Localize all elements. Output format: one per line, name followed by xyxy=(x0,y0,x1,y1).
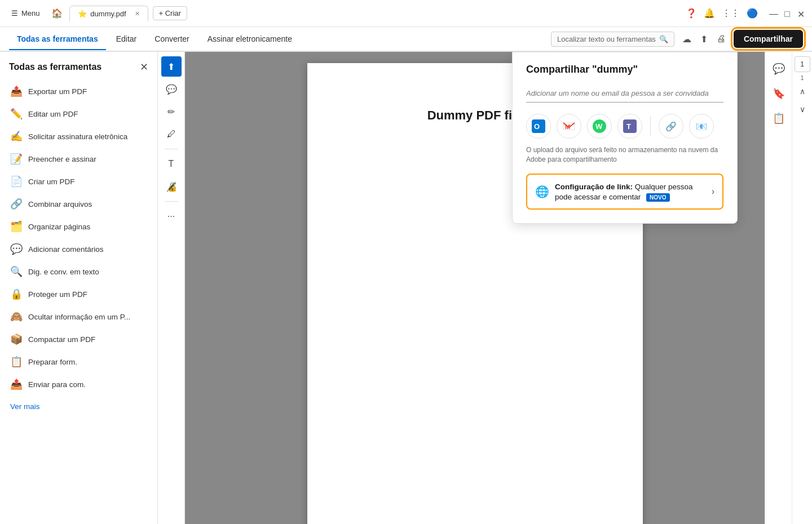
see-more-link[interactable]: Ver mais xyxy=(0,396,157,418)
share-button-label: Compartilhar xyxy=(744,34,793,43)
highlight-tool-button[interactable]: 🖊 xyxy=(161,124,182,144)
tool-edit-pdf[interactable]: ✏️ Editar um PDF xyxy=(5,103,153,125)
tool-label-export: Exportar um PDF xyxy=(28,87,87,96)
stamp-tool-button[interactable]: 🔏 xyxy=(161,176,182,197)
invite-email-input[interactable] xyxy=(526,85,723,103)
tool-request-sign[interactable]: ✍️ Solicitar assinatura eletrônica xyxy=(5,125,153,148)
maximize-button[interactable]: □ xyxy=(783,9,792,18)
whatsapp-share-button[interactable]: W xyxy=(587,114,612,139)
search-bar[interactable]: Localizar texto ou ferramentas 🔍 xyxy=(551,32,674,47)
tool-label-combine: Combinar arquivos xyxy=(28,200,92,208)
browser-tab[interactable]: ⭐ dummy.pdf ✕ xyxy=(69,6,148,21)
svg-text:O: O xyxy=(534,122,540,131)
save-cloud-icon[interactable]: ☁ xyxy=(680,32,694,47)
right-panel: 💬 🔖 📋 xyxy=(765,52,792,524)
main-layout: Todas as ferramentas ✕ 📤 Exportar um PDF… xyxy=(0,52,812,524)
pdf-viewer-area: Dummy PDF file Compartilhar "dummy" O xyxy=(185,52,765,524)
outlook-share-button[interactable]: O xyxy=(526,114,551,139)
title-bar: ☰ Menu 🏠 ⭐ dummy.pdf ✕ + Criar ❓ 🔔 ⋮⋮ 🔵 … xyxy=(0,0,812,27)
help-icon[interactable]: ❓ xyxy=(686,8,697,19)
ocr-icon: 🔍 xyxy=(10,265,23,278)
total-pages-number: 1 xyxy=(800,74,804,81)
tool-fill-sign[interactable]: 📝 Preencher e assinar xyxy=(5,148,153,170)
tool-label-ocr: Dig. e conv. em texto xyxy=(28,268,99,276)
chevron-right-icon: › xyxy=(712,186,714,197)
tool-send[interactable]: 📤 Enviar para com. xyxy=(5,373,153,396)
nav-item-edit[interactable]: Editar xyxy=(108,29,145,50)
protect-icon: 🔒 xyxy=(10,288,23,300)
page-number-box: 1 xyxy=(795,56,810,72)
menu-button[interactable]: ☰ Menu xyxy=(7,7,45,20)
svg-text:W: W xyxy=(595,122,603,131)
tool-label-create: Criar um PDF xyxy=(28,177,75,186)
total-pages: 1 xyxy=(800,74,804,81)
link-config-text: Configuração de link: Qualquer pessoa po… xyxy=(555,181,706,202)
nav-label-tools: Todas as ferramentas xyxy=(17,34,98,43)
tool-label-compress: Compactar um PDF xyxy=(28,335,95,344)
sidebar-title: Todas as ferramentas xyxy=(9,62,102,72)
page-down-button[interactable]: ∨ xyxy=(795,101,810,117)
tool-organize[interactable]: 🗂️ Organizar páginas xyxy=(5,215,153,238)
print-icon[interactable]: 🖨 xyxy=(714,32,728,46)
tool-redact[interactable]: 🙈 Ocultar informação em um P... xyxy=(5,305,153,328)
window-controls: — □ ✕ xyxy=(769,9,805,18)
compress-icon: 📦 xyxy=(10,333,23,345)
bookmark-panel-button[interactable]: 🔖 xyxy=(769,83,789,104)
nav-item-sign[interactable]: Assinar eletronicamente xyxy=(200,29,300,50)
upload-icon[interactable]: ⬆ xyxy=(698,32,710,47)
draw-tool-button[interactable]: ✏ xyxy=(161,101,182,122)
tool-ocr[interactable]: 🔍 Dig. e conv. em texto xyxy=(5,260,153,283)
link-config-section[interactable]: 🌐 Configuração de link: Qualquer pessoa … xyxy=(526,174,723,210)
upload-note-text: O upload do arquivo será feito no armaze… xyxy=(526,145,723,165)
toolbar-separator-2 xyxy=(165,201,178,202)
apps-icon[interactable]: ⋮⋮ xyxy=(722,8,740,19)
select-tool-button[interactable]: ⬆ xyxy=(161,56,182,77)
title-bar-left: ☰ Menu 🏠 ⭐ dummy.pdf ✕ + Criar xyxy=(7,6,681,21)
home-icon[interactable]: 🏠 xyxy=(49,6,65,21)
sidebar: Todas as ferramentas ✕ 📤 Exportar um PDF… xyxy=(0,52,158,524)
close-button[interactable]: ✕ xyxy=(796,9,805,18)
copy-link-button[interactable]: 🔗 xyxy=(659,114,683,139)
share-email-button[interactable]: 📧 xyxy=(689,114,714,139)
tool-protect[interactable]: 🔒 Proteger um PDF xyxy=(5,283,153,305)
gmail-share-button[interactable]: M xyxy=(557,114,581,139)
share-button[interactable]: Compartilhar xyxy=(734,30,803,48)
tab-title: dummy.pdf xyxy=(90,10,126,18)
send-icon: 📤 xyxy=(10,378,23,390)
nav-actions: ☁ ⬆ 🖨 xyxy=(680,32,728,47)
tool-comments[interactable]: 💬 Adicionar comentários xyxy=(5,238,153,260)
teams-share-button[interactable]: T xyxy=(617,114,642,139)
sidebar-close-button[interactable]: ✕ xyxy=(140,61,148,73)
tool-compress[interactable]: 📦 Compactar um PDF xyxy=(5,328,153,350)
tool-prepare-form[interactable]: 📋 Preparar form. xyxy=(5,350,153,373)
tool-create-pdf[interactable]: 📄 Criar um PDF xyxy=(5,170,153,193)
notification-icon[interactable]: 🔔 xyxy=(704,8,715,19)
more-tools-button[interactable]: ··· xyxy=(161,206,182,227)
tool-label-redact: Ocultar informação em um P... xyxy=(28,313,130,321)
tool-combine[interactable]: 🔗 Combinar arquivos xyxy=(5,193,153,215)
share-popup: Compartilhar "dummy" O M xyxy=(512,52,738,224)
copy-panel-button[interactable]: 📋 xyxy=(769,108,789,128)
profile-icon[interactable]: 🔵 xyxy=(747,8,758,19)
title-bar-right: ❓ 🔔 ⋮⋮ 🔵 — □ ✕ xyxy=(686,8,805,19)
minimize-button[interactable]: — xyxy=(769,9,778,18)
nav-item-convert[interactable]: Converter xyxy=(147,29,197,50)
nav-item-tools[interactable]: Todas as ferramentas xyxy=(9,29,106,50)
create-pdf-icon: 📄 xyxy=(10,175,23,188)
chat-panel-button[interactable]: 💬 xyxy=(769,59,789,79)
link-config-label: Configuração de link: Qualquer pessoa po… xyxy=(555,183,693,201)
new-tab-button[interactable]: + Criar xyxy=(153,6,187,20)
tab-close-button[interactable]: ✕ xyxy=(135,10,140,17)
text-tool-button[interactable]: T xyxy=(161,154,182,174)
tool-label-protect: Proteger um PDF xyxy=(28,290,87,299)
form-icon: 📋 xyxy=(10,356,23,368)
tool-label-organize: Organizar páginas xyxy=(28,223,90,231)
organize-icon: 🗂️ xyxy=(10,220,23,233)
tool-export-pdf[interactable]: 📤 Exportar um PDF xyxy=(5,80,153,103)
current-page-number: 1 xyxy=(800,60,804,68)
page-number-panel: 1 1 ∧ ∨ xyxy=(792,52,812,524)
page-up-button[interactable]: ∧ xyxy=(795,83,810,99)
share-popup-title: Compartilhar "dummy" xyxy=(526,64,723,76)
comment-tool-button[interactable]: 💬 xyxy=(161,79,182,99)
svg-text:T: T xyxy=(626,122,631,131)
